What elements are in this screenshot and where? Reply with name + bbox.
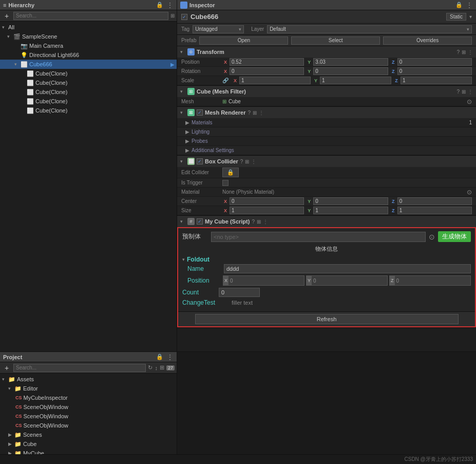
refresh-button[interactable]: Refresh	[195, 314, 459, 324]
hierarchy-item-camera[interactable]: 📷 Main Camera	[0, 41, 177, 50]
project-sceneobjwindow1-file[interactable]: CS SceneObjWindow	[0, 402, 177, 412]
scale-z-input[interactable]	[401, 77, 472, 84]
mesh-renderer-help-icon[interactable]: ?	[247, 110, 251, 116]
project-search-input[interactable]	[13, 364, 146, 372]
mesh-renderer-menu-icon[interactable]: ⋮	[259, 110, 264, 116]
materials-label[interactable]: Materials	[189, 120, 213, 125]
mesh-picker-icon[interactable]: ⊙	[467, 98, 472, 105]
project-add-button[interactable]: +	[2, 363, 11, 373]
layer-dropdown[interactable]: Default ▾	[267, 25, 472, 33]
hierarchy-item-cube666[interactable]: ▾ ⬜ Cube666 ▶	[0, 60, 177, 69]
size-x-input[interactable]	[230, 207, 304, 214]
probes-label[interactable]: Probes	[189, 138, 208, 144]
mycube-menu-icon[interactable]: ⋮	[263, 219, 268, 225]
mycube-checkbox[interactable]: ✓	[197, 218, 203, 225]
active-checkbox[interactable]: ✓	[181, 14, 187, 20]
scale-x-input[interactable]	[239, 77, 311, 84]
changetest-row: ChangeTest filler text	[182, 299, 471, 306]
mesh-filter-help-icon[interactable]: ?	[456, 89, 460, 95]
project-sceneobjwindow3-file[interactable]: CS SceneObjWindow	[0, 421, 177, 430]
mesh-filter-layout-icon[interactable]: ⊞	[462, 89, 466, 95]
mycube-layout-icon[interactable]: ⊞	[257, 219, 261, 225]
prefab-select-button[interactable]: Select	[291, 36, 380, 45]
static-dropdown-arrow-icon[interactable]: ▾	[469, 14, 472, 20]
mesh-renderer-layout-icon[interactable]: ⊞	[253, 110, 257, 116]
collider-material-picker-icon[interactable]: ⊙	[467, 189, 472, 196]
mycube-picker-icon[interactable]: ⊙	[429, 233, 435, 241]
mycube-header[interactable]: ▾ # ✓ My Cube (Script) ? ⊞ ⋮	[177, 216, 476, 227]
hierarchy-item-clone-3[interactable]: ⬜ Cube(Clone)	[0, 87, 177, 97]
project-sceneobjwindow2-file[interactable]: CS SceneObjWindow	[0, 412, 177, 421]
lighting-label[interactable]: Lighting	[189, 129, 210, 135]
inspector-lock-icon[interactable]: 🔒	[455, 2, 463, 8]
transform-layout-icon[interactable]: ⊞	[462, 49, 466, 55]
hierarchy-item-clone-5[interactable]: ⬜ Cube(Clone)	[0, 106, 177, 115]
box-collider-title-group: ✓ Box Collider	[197, 158, 238, 164]
position-z-input[interactable]	[397, 58, 472, 66]
inspector-menu-icon[interactable]: ⋮	[466, 1, 473, 9]
box-collider-header[interactable]: ▾ ⬜ ✓ Box Collider ? ⊞ ⋮	[177, 156, 476, 167]
hierarchy-item-light[interactable]: 💡 Directional Light666	[0, 50, 177, 60]
hierarchy-menu-icon[interactable]: ⋮	[166, 1, 174, 9]
mycube-generate-button[interactable]: 生成物体	[438, 231, 471, 242]
light-icon: 💡	[21, 52, 28, 59]
transform-menu-icon[interactable]: ⋮	[468, 49, 473, 55]
project-menu-icon[interactable]: ⋮	[166, 353, 174, 361]
center-y-input[interactable]	[313, 197, 388, 205]
name-input[interactable]	[224, 264, 471, 273]
hierarchy-item-all[interactable]: ▾ All	[0, 23, 177, 32]
project-scenes-folder[interactable]: ▶ 📁 Scenes	[0, 430, 177, 439]
is-trigger-checkbox[interactable]	[222, 180, 229, 186]
prefab-open-button[interactable]: Open	[199, 36, 288, 45]
project-cube-folder[interactable]: ▶ 📁 Cube	[0, 439, 177, 449]
hierarchy-add-button[interactable]: +	[2, 11, 11, 21]
count-input[interactable]	[219, 288, 260, 297]
hierarchy-item-clone-2[interactable]: ⬜ Cube(Clone)	[0, 78, 177, 87]
position-x-input[interactable]	[230, 58, 304, 66]
project-mycubeinspector-file[interactable]: CS MyCubeInspector	[0, 393, 177, 402]
hierarchy-item-clone-4[interactable]: ⬜ Cube(Clone)	[0, 97, 177, 106]
editor-fold-icon: ▾	[8, 386, 14, 391]
static-button[interactable]: Static	[446, 13, 466, 21]
mesh-renderer-checkbox[interactable]: ✓	[197, 109, 203, 116]
size-y-input[interactable]	[313, 207, 388, 214]
project-sort-icon[interactable]: ↕	[155, 365, 158, 371]
scale-y-input[interactable]	[320, 77, 391, 84]
foldout-header[interactable]: ▾ Foldout	[182, 255, 471, 264]
hierarchy-item-clone-1[interactable]: ⬜ Cube(Clone)	[0, 69, 177, 78]
tag-dropdown[interactable]: Untagged ▾	[193, 25, 244, 33]
mesh-filter-menu-icon[interactable]: ⋮	[468, 89, 473, 95]
box-collider-help-icon[interactable]: ?	[240, 159, 243, 164]
box-collider-layout-icon[interactable]: ⊞	[245, 159, 249, 164]
hierarchy-item-samplescene[interactable]: ▾ 🎬 SampleScene	[0, 32, 177, 41]
center-z-input[interactable]	[397, 197, 472, 205]
project-refresh-icon[interactable]: ↻	[148, 364, 153, 371]
rotation-z-input[interactable]	[397, 67, 472, 75]
position-y-input[interactable]	[313, 58, 388, 66]
center-x-input[interactable]	[230, 197, 304, 205]
collider-size-label: Size	[181, 208, 222, 213]
center-x-field: X	[222, 197, 304, 205]
edit-collider-button[interactable]: 🔒	[222, 168, 239, 177]
transform-help-icon[interactable]: ?	[456, 49, 460, 55]
inspector-title: Inspector	[189, 2, 215, 8]
mycube-help-icon[interactable]: ?	[252, 219, 255, 225]
mesh-filter-header[interactable]: ▾ ⊞ Cube (Mesh Filter) ? ⊞ ⋮	[177, 86, 476, 97]
transform-header[interactable]: ▾ ⊕ Transform ? ⊞ ⋮	[177, 46, 476, 58]
project-editor-folder[interactable]: ▾ 📁 Editor	[0, 384, 177, 393]
box-collider-checkbox[interactable]: ✓	[197, 158, 203, 164]
project-layout-icon[interactable]: ⊞	[160, 364, 164, 371]
hierarchy-search-input[interactable]	[13, 12, 168, 20]
rotation-y-input[interactable]	[313, 67, 388, 75]
box-collider-menu-icon[interactable]: ⋮	[251, 159, 256, 164]
prefab-overrides-button[interactable]: Overrides	[383, 36, 472, 45]
additional-label[interactable]: Additional Settings	[189, 147, 234, 153]
scale-lock-icon[interactable]: 🔗	[222, 78, 229, 83]
is-trigger-row: Is Trigger	[177, 178, 476, 188]
project-assets-folder[interactable]: ▾ 📁 Assets	[0, 375, 177, 384]
mesh-filter-fold-icon: ▾	[180, 89, 185, 94]
mesh-renderer-header[interactable]: ▾ ⊠ ✓ Mesh Renderer ? ⊞ ⋮	[177, 107, 476, 118]
project-mycube-folder[interactable]: ▶ 📁 MyCube	[0, 449, 177, 454]
rotation-x-input[interactable]	[230, 67, 304, 75]
size-z-input[interactable]	[397, 207, 472, 214]
